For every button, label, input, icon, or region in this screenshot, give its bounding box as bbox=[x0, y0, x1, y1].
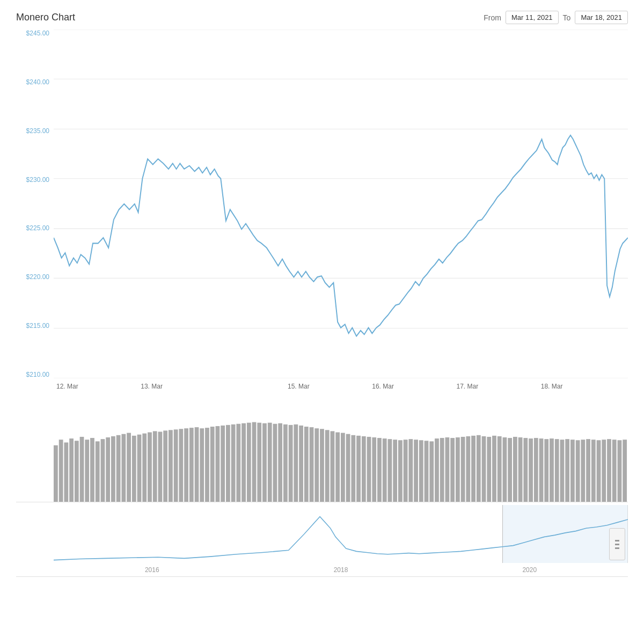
svg-rect-63 bbox=[341, 433, 345, 502]
volume-chart-area[interactable]: /* bars generated programmatically in in… bbox=[54, 394, 628, 502]
svg-rect-57 bbox=[310, 427, 314, 502]
svg-rect-115 bbox=[612, 440, 617, 502]
x-label-12mar: 12. Mar bbox=[56, 383, 78, 390]
volume-section: /* bars generated programmatically in in… bbox=[16, 394, 628, 502]
y-label-230: $230.00 bbox=[16, 176, 54, 184]
svg-rect-102 bbox=[544, 439, 548, 502]
svg-rect-96 bbox=[513, 437, 517, 502]
overview-chart[interactable] bbox=[54, 505, 628, 563]
svg-rect-98 bbox=[523, 438, 528, 502]
y-label-245: $245.00 bbox=[16, 30, 54, 37]
overview-line-chart bbox=[54, 505, 628, 563]
svg-rect-33 bbox=[184, 428, 188, 502]
svg-rect-30 bbox=[169, 430, 173, 502]
from-label: From bbox=[484, 13, 501, 22]
svg-rect-111 bbox=[591, 440, 596, 502]
svg-rect-60 bbox=[325, 430, 330, 502]
volume-chart: /* bars generated programmatically in in… bbox=[54, 394, 628, 502]
svg-rect-66 bbox=[356, 436, 361, 502]
svg-rect-89 bbox=[477, 435, 481, 502]
y-label-215: $215.00 bbox=[16, 322, 54, 330]
svg-rect-50 bbox=[273, 424, 277, 502]
y-label-220: $220.00 bbox=[16, 273, 54, 281]
overview-y-axis bbox=[16, 505, 54, 563]
svg-rect-19 bbox=[111, 436, 115, 502]
line-chart-container[interactable] bbox=[54, 30, 628, 378]
x-label-13mar: 13. Mar bbox=[141, 383, 163, 390]
chart-with-xaxis: 12. Mar 13. Mar 15. Mar 16. Mar 17. Mar … bbox=[54, 30, 628, 394]
svg-rect-87 bbox=[466, 436, 470, 502]
svg-rect-26 bbox=[148, 433, 152, 502]
svg-rect-110 bbox=[586, 439, 590, 502]
svg-rect-86 bbox=[461, 437, 465, 502]
svg-rect-90 bbox=[482, 436, 486, 502]
range-selector[interactable] bbox=[609, 528, 625, 560]
svg-rect-77 bbox=[414, 440, 418, 502]
svg-rect-40 bbox=[221, 426, 225, 502]
svg-rect-62 bbox=[335, 433, 340, 502]
svg-rect-97 bbox=[518, 437, 523, 502]
svg-rect-94 bbox=[503, 437, 507, 502]
y-label-235: $235.00 bbox=[16, 127, 54, 135]
svg-rect-48 bbox=[262, 423, 267, 502]
svg-rect-20 bbox=[116, 435, 121, 502]
svg-rect-37 bbox=[205, 428, 209, 502]
range-handle-bot bbox=[615, 547, 619, 549]
svg-rect-105 bbox=[560, 440, 565, 502]
svg-rect-65 bbox=[351, 435, 355, 502]
svg-rect-44 bbox=[241, 423, 246, 502]
date-controls: From Mar 11, 2021 To Mar 18, 2021 bbox=[484, 11, 628, 24]
overview-svg-container[interactable] bbox=[16, 505, 628, 563]
svg-rect-42 bbox=[231, 425, 236, 502]
svg-rect-25 bbox=[142, 434, 147, 502]
svg-rect-18 bbox=[106, 437, 110, 502]
svg-rect-83 bbox=[445, 437, 450, 502]
svg-rect-24 bbox=[137, 435, 142, 502]
svg-rect-68 bbox=[367, 437, 371, 502]
svg-rect-104 bbox=[555, 439, 559, 502]
svg-rect-13 bbox=[80, 437, 84, 502]
svg-rect-46 bbox=[252, 422, 257, 502]
svg-rect-12 bbox=[75, 441, 79, 502]
chart-header: Monero Chart From Mar 11, 2021 To Mar 18… bbox=[16, 11, 628, 24]
from-date-input[interactable]: Mar 11, 2021 bbox=[506, 11, 559, 24]
svg-rect-28 bbox=[158, 431, 163, 502]
svg-rect-49 bbox=[268, 423, 272, 502]
svg-rect-32 bbox=[179, 429, 183, 502]
svg-rect-103 bbox=[550, 438, 554, 502]
svg-rect-36 bbox=[200, 428, 204, 502]
svg-rect-64 bbox=[346, 434, 350, 502]
overview-x-label-2020: 2020 bbox=[437, 566, 623, 574]
volume-y-axis bbox=[16, 394, 54, 502]
price-line-chart bbox=[54, 30, 628, 378]
svg-rect-74 bbox=[398, 440, 402, 502]
range-handle-mid bbox=[615, 544, 619, 545]
svg-rect-67 bbox=[362, 436, 366, 502]
svg-rect-29 bbox=[163, 430, 167, 502]
svg-rect-54 bbox=[294, 425, 298, 502]
svg-rect-11 bbox=[69, 438, 74, 502]
to-date-input[interactable]: Mar 18, 2021 bbox=[575, 11, 628, 24]
svg-rect-101 bbox=[539, 438, 544, 502]
svg-rect-99 bbox=[529, 438, 533, 502]
svg-rect-55 bbox=[299, 426, 303, 502]
svg-rect-61 bbox=[331, 431, 335, 502]
svg-rect-71 bbox=[383, 438, 387, 502]
x-label-17mar: 17. Mar bbox=[456, 383, 478, 390]
chart-title: Monero Chart bbox=[16, 12, 75, 23]
overview-x-label-2018: 2018 bbox=[248, 566, 434, 574]
svg-rect-52 bbox=[283, 425, 288, 502]
svg-rect-78 bbox=[419, 440, 423, 502]
svg-rect-51 bbox=[278, 423, 282, 502]
svg-rect-56 bbox=[304, 427, 309, 502]
svg-rect-76 bbox=[408, 439, 413, 502]
svg-rect-45 bbox=[247, 423, 251, 502]
svg-rect-75 bbox=[404, 440, 408, 502]
y-label-225: $225.00 bbox=[16, 224, 54, 232]
svg-rect-69 bbox=[372, 437, 376, 502]
svg-rect-84 bbox=[450, 438, 455, 502]
svg-rect-23 bbox=[132, 436, 136, 502]
svg-rect-81 bbox=[435, 438, 439, 502]
svg-rect-47 bbox=[257, 423, 261, 502]
svg-rect-73 bbox=[393, 440, 397, 502]
